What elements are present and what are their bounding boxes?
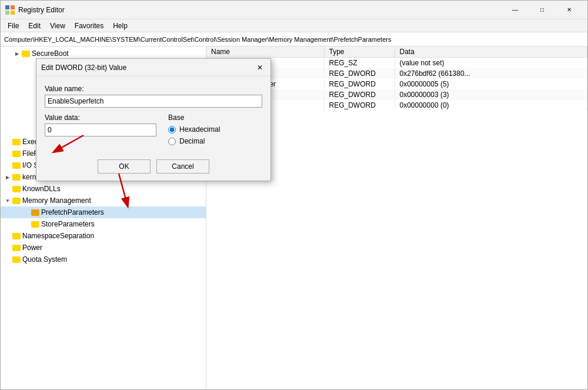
- col-header-data: Data: [395, 46, 587, 58]
- svg-rect-2: [5, 11, 9, 15]
- value-data-input[interactable]: [45, 124, 156, 136]
- folder-icon-quotasystem: [12, 256, 21, 263]
- address-bar: Computer\HKEY_LOCAL_MACHINE\SYSTEM\Curre…: [1, 32, 587, 46]
- radio-hex-label: Hexadecimal: [179, 125, 220, 134]
- folder-icon-filerename: [12, 151, 21, 157]
- title-bar: Registry Editor — □ ✕: [1, 1, 587, 19]
- tree-label-storeparams: StoreParameters: [41, 220, 95, 228]
- radio-hex-input[interactable]: [168, 126, 176, 134]
- address-path: Computer\HKEY_LOCAL_MACHINE\SYSTEM\Curre…: [4, 36, 391, 43]
- expand-icon-storeparams: [22, 219, 31, 229]
- folder-icon-power: [12, 245, 21, 251]
- value-name-group: Value name:: [45, 85, 262, 108]
- expand-icon-quotasystem: [3, 255, 12, 264]
- app-icon: [5, 5, 15, 15]
- folder-icon-kernel: [12, 174, 21, 181]
- tree-item-memorymgmt[interactable]: ▼ Memory Management: [1, 195, 206, 206]
- menu-view[interactable]: View: [45, 21, 70, 31]
- cell-data-4: 0x00000000 (0): [395, 100, 587, 111]
- radio-dec-label: Decimal: [179, 137, 205, 145]
- menu-bar: File Edit View Favorites Help: [1, 19, 587, 32]
- expand-icon-executive: [3, 137, 12, 146]
- close-button[interactable]: ✕: [556, 1, 583, 19]
- value-name-input[interactable]: [45, 95, 262, 108]
- cell-type-2: REG_DWORD: [324, 79, 395, 89]
- tree-label-memorymgmt: Memory Management: [22, 196, 91, 205]
- expand-icon-prefetchparams: [22, 208, 31, 217]
- menu-edit[interactable]: Edit: [24, 21, 45, 31]
- tree-item-quotasystem[interactable]: Quota System: [1, 254, 206, 265]
- tree-item-prefetchparams[interactable]: PrefetchParameters: [1, 206, 206, 218]
- ok-button[interactable]: OK: [98, 159, 151, 174]
- folder-icon-knowndlls: [12, 186, 21, 192]
- edit-dword-dialog: Edit DWORD (32-bit) Value ✕ Value name: …: [36, 58, 271, 181]
- folder-icon-executive: [12, 139, 21, 145]
- window-title: Registry Editor: [18, 6, 502, 14]
- cell-type-0: REG_SZ: [324, 58, 395, 69]
- tree-label-quotasystem: Quota System: [22, 255, 67, 264]
- expand-icon-kernel: ▶: [3, 172, 12, 182]
- menu-file[interactable]: File: [3, 21, 24, 31]
- cell-data-3: 0x00000003 (3): [395, 89, 587, 100]
- folder-icon-iosystem: [12, 162, 21, 169]
- dialog-title-bar: Edit DWORD (32-bit) Value ✕: [36, 59, 270, 76]
- tree-label-namespacesep: NamespaceSeparation: [22, 232, 94, 240]
- dialog-body: Value name: Value data: Base: [36, 76, 270, 155]
- svg-rect-3: [11, 11, 15, 15]
- cell-data-2: 0x00000005 (5): [395, 79, 587, 89]
- value-data-row: Value data: Base Hexadecimal Decim: [45, 114, 262, 149]
- cancel-button[interactable]: Cancel: [156, 159, 209, 174]
- folder-icon-prefetchparams: [31, 209, 39, 216]
- tree-label-secureboot: SecureBoot: [32, 49, 69, 58]
- value-name-label: Value name:: [45, 85, 262, 93]
- tree-item-power[interactable]: Power: [1, 242, 206, 254]
- tree-label-prefetchparams: PrefetchParameters: [41, 208, 104, 216]
- folder-icon-memorymgmt: [12, 198, 21, 204]
- svg-rect-0: [5, 5, 9, 9]
- cell-type-4: REG_DWORD: [324, 100, 395, 111]
- value-data-label: Value data:: [45, 114, 156, 122]
- expand-icon-memorymgmt: ▼: [3, 196, 12, 205]
- folder-icon-storeparams: [31, 221, 39, 228]
- tree-label-power: Power: [22, 244, 42, 252]
- menu-help[interactable]: Help: [108, 21, 132, 31]
- folder-icon-namespacesep: [12, 233, 21, 239]
- cell-type-3: REG_DWORD: [324, 89, 395, 100]
- svg-rect-1: [11, 5, 15, 9]
- dialog-close-button[interactable]: ✕: [254, 62, 266, 74]
- tree-item-knowndlls[interactable]: KnownDLLs: [1, 183, 206, 195]
- base-label: Base: [168, 114, 262, 122]
- radio-decimal[interactable]: Decimal: [168, 137, 262, 145]
- col-header-name: Name: [206, 46, 324, 58]
- cell-type-1: REG_DWORD: [324, 68, 395, 79]
- expand-icon-iosystem: [3, 161, 12, 170]
- value-data-col: Value data:: [45, 114, 156, 149]
- cell-data-1: 0x276bdf62 (661380...: [395, 68, 587, 79]
- menu-favorites[interactable]: Favorites: [70, 21, 108, 31]
- dialog-title: Edit DWORD (32-bit) Value: [41, 64, 126, 72]
- tree-item-storeparams[interactable]: StoreParameters: [1, 218, 206, 230]
- base-col: Base Hexadecimal Decimal: [168, 114, 262, 149]
- maximize-button[interactable]: □: [529, 1, 556, 19]
- window-controls: — □ ✕: [502, 1, 583, 19]
- expand-icon-namespacesep: [3, 231, 12, 241]
- expand-icon-power: [3, 243, 12, 252]
- tree-item-namespacesep[interactable]: NamespaceSeparation: [1, 230, 206, 242]
- expand-icon-secureboot: ▶: [12, 49, 22, 58]
- dialog-buttons: OK Cancel: [36, 155, 270, 181]
- expand-icon-filerename: [3, 149, 12, 158]
- radio-hexadecimal[interactable]: Hexadecimal: [168, 125, 262, 134]
- tree-item-secureboot[interactable]: ▶ SecureBoot: [1, 48, 206, 59]
- content-area: ▶ SecureBoot Executive FileRenameOperati…: [1, 46, 587, 389]
- folder-icon-secureboot: [22, 51, 30, 57]
- tree-label-knowndlls: KnownDLLs: [22, 185, 61, 193]
- registry-editor-window: Registry Editor — □ ✕ File Edit View Fav…: [0, 0, 588, 390]
- expand-icon-knowndlls: [3, 184, 12, 194]
- cell-data-0: (value not set): [395, 58, 587, 69]
- radio-dec-input[interactable]: [168, 138, 176, 145]
- col-header-type: Type: [324, 46, 395, 58]
- minimize-button[interactable]: —: [502, 1, 529, 19]
